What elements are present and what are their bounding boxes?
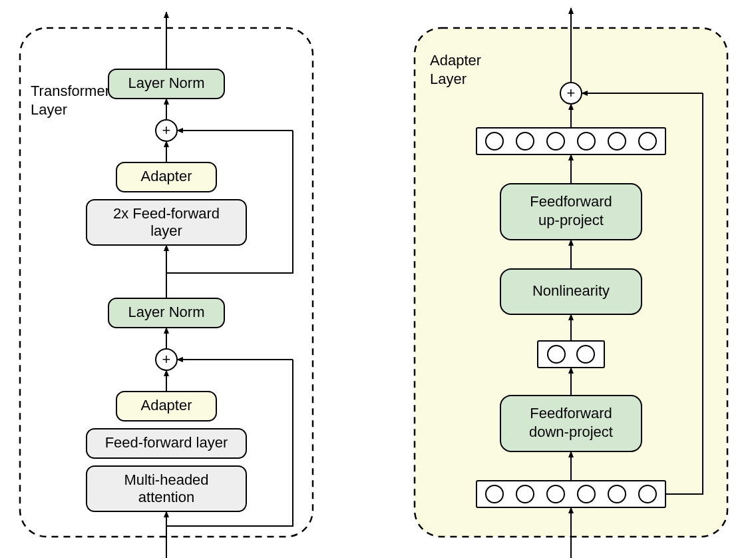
transformer-layer-panel: Transformer Layer Multi-headed attention… xyxy=(20,12,313,558)
adapter-bottom-text: Adapter xyxy=(140,397,192,414)
svg-point-12 xyxy=(608,133,626,150)
architecture-diagram: Transformer Layer Multi-headed attention… xyxy=(0,0,756,558)
transformer-label-line1: Transformer xyxy=(31,83,110,99)
adapter-label-line2: Layer xyxy=(430,71,467,87)
add-plus-upper: + xyxy=(162,122,171,139)
svg-point-3 xyxy=(578,485,595,503)
svg-point-2 xyxy=(547,485,564,503)
svg-point-13 xyxy=(639,133,656,150)
ff-up-text-l2: up-project xyxy=(538,212,604,228)
ff-down-text-l2: down-project xyxy=(529,423,613,440)
add-plus-lower: + xyxy=(162,351,171,368)
layer-norm-mid-text: Layer Norm xyxy=(128,304,205,320)
svg-point-5 xyxy=(639,485,656,503)
nonlinearity-text: Nonlinearity xyxy=(532,282,610,299)
bottom-neuron-container xyxy=(476,481,665,507)
adapter-layer-panel: Adapter Layer Feedforward down-project xyxy=(415,8,727,558)
transformer-label-line2: Layer xyxy=(31,101,67,118)
top-neuron-container xyxy=(476,128,665,154)
mha-text-l1: Multi-headed xyxy=(124,471,208,488)
svg-point-6 xyxy=(548,346,565,363)
svg-point-0 xyxy=(486,485,503,503)
feedforward-text: Feed-forward layer xyxy=(105,434,228,451)
ff-up-text-l1: Feedforward xyxy=(530,193,612,210)
ff2x-text-l1: 2x Feed-forward xyxy=(113,205,220,222)
svg-point-11 xyxy=(578,133,595,150)
svg-point-9 xyxy=(516,133,534,150)
add-plus-right: + xyxy=(567,85,576,101)
adapter-top-text: Adapter xyxy=(140,168,192,184)
layer-norm-top-text: Layer Norm xyxy=(128,75,205,91)
adapter-label-line1: Adapter xyxy=(430,52,481,69)
svg-point-1 xyxy=(516,485,534,503)
mha-text-l2: attention xyxy=(138,489,194,505)
ff-down-text-l1: Feedforward xyxy=(530,405,612,421)
svg-point-7 xyxy=(577,346,594,363)
ff2x-text-l2: layer xyxy=(150,222,182,239)
svg-point-8 xyxy=(486,133,503,150)
svg-point-4 xyxy=(608,485,626,503)
svg-point-10 xyxy=(547,133,564,150)
